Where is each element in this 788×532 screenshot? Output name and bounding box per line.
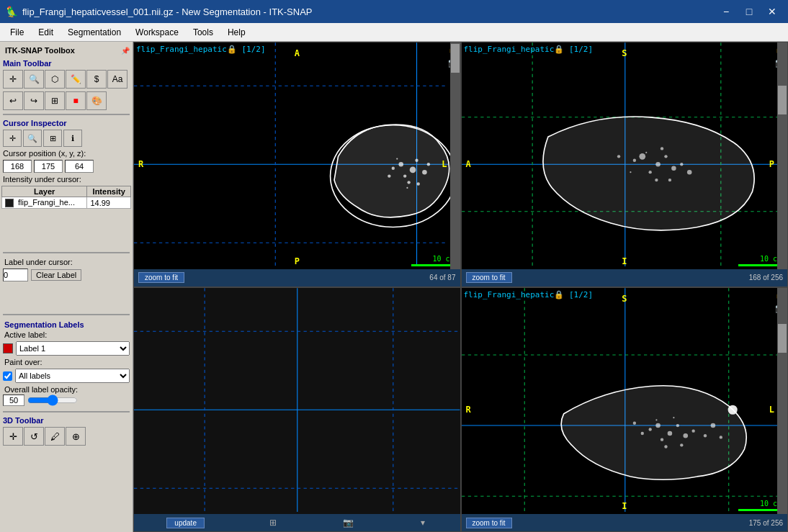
colormap-btn[interactable]: 🎨 [86,91,107,110]
cursor-y-input[interactable]: 175 [34,160,63,173]
toolbox-pin-icon[interactable]: 📌 [121,47,130,55]
opacity-row: Overall label opacity: 50 [3,384,130,406]
text-btn[interactable]: Aa [107,70,127,89]
window-title: flip_Frangi_hepaticvessel_001.nii.gz - N… [22,6,312,17]
vp-bl-icon-3[interactable]: ▾ [418,518,427,528]
main-toolbar-row2: ↩ ↪ ⊞ ■ 🎨 [1,90,131,112]
vp-tr-title: flip_Frangi_hepatic🔒 [1/2] [464,45,594,54]
3d-btn-4[interactable]: ⊕ [66,427,86,446]
maximize-button[interactable]: □ [739,1,759,22]
vp-tl-scrollbar[interactable] [450,42,460,269]
menu-segmentation[interactable]: Segmentation [61,26,128,39]
active-label-row: Label 1 [3,341,130,356]
vp-tl-slice-info: 64 of 87 [429,274,455,281]
label-color-swatch [3,343,13,353]
vp-br-orient-bottom: I [622,501,627,511]
viewport-bottom-right[interactable]: flip_Frangi_hepatic🔒 [1/2] 🔒 📷 S I R L [461,287,789,533]
svg-point-50 [727,405,737,414]
cursor-grid-btn[interactable]: ⊞ [43,130,62,147]
redo-btn[interactable]: ↪ [24,91,44,110]
vp-br-orient-left: R [466,405,471,415]
cursor-x-input[interactable]: 168 [3,160,32,173]
separator-2 [3,252,130,253]
vp-tl-scroll-thumb[interactable] [451,44,460,73]
vp-tl-orient-bottom: P [295,256,300,266]
zoom-pan-btn[interactable]: 🔍 [24,70,44,89]
paint-over-checkbox-container [3,371,12,381]
menu-edit[interactable]: Edit [31,26,61,39]
vp-tr-scrollbar[interactable] [777,42,787,269]
cursor-coords-row: 168 175 64 [1,158,131,174]
svg-point-13 [396,158,398,160]
livewire-btn[interactable]: $ [86,70,107,89]
cursor-zoom-btn[interactable]: 🔍 [23,130,42,147]
svg-point-55 [676,423,679,426]
vp-bl-update-btn[interactable]: update [166,518,205,528]
vp-tl-orient-left: R [138,159,143,169]
layer-name-cell: flip_Frangi_he... [2,197,87,209]
vp-tl-zoom-fit-btn[interactable]: zoom to fit [138,272,184,283]
cursor-tool-btn[interactable]: ✛ [3,70,23,89]
paint-over-checkbox[interactable] [3,371,12,381]
vp-tr-zoom-fit-btn[interactable]: zoom to fit [466,272,512,283]
svg-point-53 [660,438,663,441]
3d-btn-1[interactable]: ✛ [3,427,23,446]
vp-bl-icon-1[interactable]: ⊞ [267,518,279,528]
svg-point-27 [632,159,635,162]
menu-help[interactable]: Help [220,26,253,39]
vp-br-zoom-fit-btn[interactable]: zoom to fit [466,518,512,528]
vp-bl-icon-2[interactable]: 📷 [341,518,356,528]
svg-point-8 [403,174,406,177]
label-under-row: 0 Clear Label [3,269,130,281]
vp-br-scroll-thumb[interactable] [778,324,787,353]
vp-br-zoom-bar: zoom to fit 175 of 256 [462,514,788,531]
svg-point-10 [415,159,418,162]
svg-point-61 [640,431,643,434]
vp-tl-orient-top: A [295,48,300,58]
vp-br-title: flip_Frangi_hepatic🔒 [1/2] [464,290,594,299]
separator-1 [3,114,130,115]
menu-tools[interactable]: Tools [186,26,220,39]
window-title-area: 🦜 flip_Frangi_hepaticvessel_001.nii.gz -… [6,6,312,17]
undo-btn[interactable]: ↩ [3,91,23,110]
viewport-bottom-left[interactable]: update ⊞ 📷 ▾ [133,287,461,533]
cursor-info-btn[interactable]: ℹ [63,130,82,147]
viewport-top-left[interactable]: flip_Frangi_hepatic🔒 [1/2] 🔒 📷 A P R L [133,42,461,287]
3d-btn-3[interactable]: 🖊 [45,427,65,446]
opacity-value[interactable]: 50 [3,395,24,406]
red-square-btn[interactable]: ■ [66,91,86,110]
cursor-move-btn[interactable]: ✛ [3,130,22,147]
svg-point-51 [655,423,661,428]
svg-point-34 [630,171,631,173]
polygon-btn[interactable]: ⬡ [45,70,65,89]
paint-over-select[interactable]: All labels [15,369,130,383]
clear-label-button[interactable]: Clear Label [31,269,81,281]
cursor-z-input[interactable]: 64 [65,160,94,173]
window-controls: − □ ✕ [716,1,782,22]
svg-point-31 [645,152,647,153]
main-toolbar-row1: ✛ 🔍 ⬡ ✏️ $ Aa [1,68,131,90]
vp-tr-scroll-thumb[interactable] [778,86,787,114]
svg-point-11 [422,170,427,175]
paintbrush-btn[interactable]: ✏️ [66,70,86,89]
active-label-select[interactable]: Label 1 [16,341,130,356]
3d-btn-2[interactable]: ↺ [24,427,44,446]
label-under-input[interactable]: 0 [3,269,28,281]
vp-tl-organ-svg [134,42,460,287]
opacity-slider[interactable] [27,395,78,406]
vp-br-scrollbar[interactable] [777,288,787,515]
menu-file[interactable]: File [3,26,31,39]
seg-labels-section: Segmentation Labels Active label: Label … [1,317,131,409]
viewport-top-right[interactable]: flip_Frangi_hepatic🔒 [1/2] 🔒 📷 S I A P [461,42,789,287]
close-button[interactable]: ✕ [762,1,782,22]
svg-point-62 [673,417,674,418]
menu-workspace[interactable]: Workspace [128,26,186,39]
svg-point-63 [632,421,635,424]
title-bar: 🦜 flip_Frangi_hepaticvessel_001.nii.gz -… [0,0,788,23]
toolbar-3d-header: 3D Toolbar [1,415,131,425]
vp-br-scale-bar [738,509,782,511]
minimize-button[interactable]: − [716,1,736,22]
label-under-label: Label under cursor: [3,257,130,267]
empty-space-2 [1,283,131,312]
layers-btn[interactable]: ⊞ [45,91,65,110]
